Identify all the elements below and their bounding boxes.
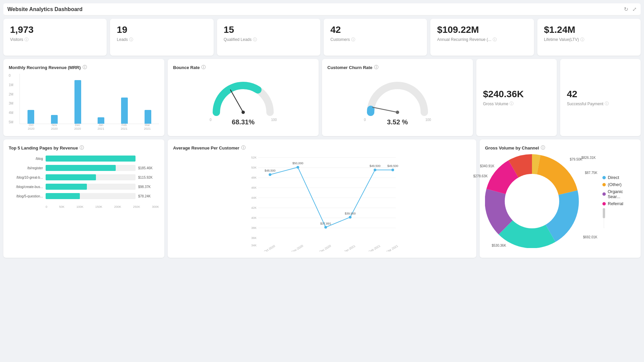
mrr-x-label: Feb 2021: [117, 123, 131, 131]
mid-row: Monthly Recurring Revenue (MRR) ⓘ 5M 4M …: [3, 59, 641, 136]
h-bar-value: $115.92K: [136, 176, 159, 179]
mrr-bar: [74, 80, 81, 124]
donut-container: $826.31K $79.50K $87.75K $692.01K $530.3…: [485, 154, 635, 249]
metric-value-0: 1,973: [10, 24, 100, 36]
donut-label-other-y: $87.75K: [585, 171, 597, 175]
mrr-bar: [51, 115, 58, 124]
mrr-x-label: Dec 2020: [71, 123, 84, 131]
info-icon: ⓘ: [201, 64, 206, 70]
info-icon: ⓘ: [374, 64, 378, 70]
info-icon: ⓘ: [580, 37, 584, 43]
metric-label-1: Leads ⓘ: [117, 37, 207, 43]
info-icon: ⓘ: [24, 37, 29, 43]
bounce-rate-card: Bounce Rate ⓘ 0 100 68.31%: [168, 59, 319, 136]
svg-text:46K: 46K: [251, 186, 257, 189]
mrr-bar-group: [20, 110, 42, 124]
churn-rate-card: Customer Churn Rate ⓘ 0 100 3.52 %: [322, 59, 473, 136]
expand-icon[interactable]: ⤢: [632, 6, 637, 12]
metric-label-3: Customers ⓘ: [330, 37, 420, 43]
mrr-y-labels: 5M 4M 3M 2M 1M 0: [9, 74, 18, 124]
legend-other: (Other): [602, 182, 635, 187]
mrr-x-label: Nov 2020: [48, 123, 61, 131]
mrr-bar-group: [43, 115, 65, 124]
h-bar-fill: [46, 156, 136, 162]
h-bar-label: /blog: [9, 157, 46, 161]
mrr-bar-group: [113, 98, 136, 124]
metric-label-0: Visitors ⓘ: [10, 37, 100, 43]
svg-text:38K: 38K: [251, 226, 257, 230]
info-icon: ⓘ: [129, 37, 133, 43]
svg-text:48K: 48K: [251, 176, 257, 179]
info-icon: ⓘ: [493, 37, 497, 43]
h-bar-fill: [46, 193, 80, 199]
avg-revenue-card: Average Revenue Per Customer ⓘ 52K 50K: [168, 139, 476, 258]
h-bar-track: [46, 193, 136, 199]
h-bar-value: $98.37K: [136, 185, 159, 189]
mrr-bar-group: [90, 117, 112, 124]
svg-point-26: [374, 169, 376, 171]
svg-text:Feb 2021: Feb 2021: [368, 244, 381, 251]
svg-line-2: [373, 107, 397, 112]
metric-value-2: 15: [224, 24, 314, 36]
svg-point-23: [297, 166, 299, 169]
metric-label-5: Lifetime Value(LTV) ⓘ: [544, 37, 634, 43]
metric-card-2: 15 Qualified Leads ⓘ: [217, 19, 320, 56]
churn-rate-title: Customer Churn Rate ⓘ: [327, 64, 468, 70]
mrr-title: Monthly Recurring Revenue (MRR) ⓘ: [9, 64, 159, 70]
bounce-rate-gauge: 0 100 68.31%: [173, 74, 313, 129]
mrr-x-label: Jan 2021: [94, 123, 108, 131]
mrr-x-labels: Oct 2020Nov 2020Dec 2020Jan 2021Feb 2021…: [19, 123, 159, 131]
svg-text:36K: 36K: [251, 236, 257, 240]
churn-gauge-svg: [364, 77, 431, 117]
svg-line-0: [230, 90, 243, 112]
h-bar-fill: [46, 165, 116, 171]
page-title: Website Analytics Dashboard: [7, 6, 83, 12]
scrollbar-thumb[interactable]: [603, 208, 605, 218]
svg-point-24: [324, 226, 327, 229]
h-bar-track: [46, 156, 136, 162]
donut-svg: [485, 154, 579, 248]
mrr-bar: [121, 98, 128, 124]
svg-text:$39,900: $39,900: [345, 212, 356, 215]
donut-label-direct: $826.31K: [581, 156, 596, 160]
h-bar-label: /blog/create-bus...: [9, 185, 46, 189]
refresh-icon[interactable]: ↻: [624, 6, 628, 12]
legend-dot-direct: [602, 176, 606, 179]
gross-volume-label: Gross Volume ⓘ: [483, 101, 550, 107]
landing-pages-card: Top 5 Landing Pages by Revenue ⓘ /blog /…: [3, 139, 164, 258]
donut-label-social: $340.91K: [480, 164, 494, 168]
successful-payment-card: 42 Successful Payment ⓘ: [560, 59, 641, 136]
svg-text:Dec 2020: Dec 2020: [319, 244, 331, 251]
h-bar-value: $78.24K: [136, 194, 159, 198]
svg-point-40: [505, 174, 559, 228]
svg-text:44K: 44K: [251, 196, 257, 199]
h-bar-x-labels: 0 50K 100K 150K 200K 250K 300K: [46, 205, 159, 208]
successful-payment-value: 42: [567, 88, 634, 100]
svg-text:$48,500: $48,500: [265, 169, 276, 172]
legend-dot-organic: [602, 192, 606, 196]
bounce-rate-title: Bounce Rate ⓘ: [173, 64, 313, 70]
info-icon: ⓘ: [241, 145, 246, 151]
info-icon: ⓘ: [253, 37, 257, 43]
metric-label-4: Annual Recurring Revenue (... ⓘ: [437, 37, 527, 43]
donut-legend: Direct (Other) Organic Sear... Referral: [602, 175, 635, 228]
metric-card-0: 1,973 Visitors ⓘ: [3, 19, 107, 56]
successful-payment-label: Successful Payment ⓘ: [567, 101, 634, 107]
bounce-gauge-svg: [210, 77, 277, 117]
svg-text:$49,500: $49,500: [370, 164, 381, 168]
mrr-bars: [19, 74, 159, 124]
info-icon: ⓘ: [83, 64, 87, 70]
svg-text:34K: 34K: [251, 244, 257, 247]
donut-label-email: $278.63K: [473, 174, 488, 178]
metric-card-4: $109.22M Annual Recurring Revenue (... ⓘ: [430, 19, 534, 56]
svg-text:50K: 50K: [251, 166, 257, 169]
metric-value-5: $1.24M: [544, 24, 634, 36]
legend-referral: Referral: [602, 201, 635, 206]
metric-card-1: 19 Leads ⓘ: [110, 19, 213, 56]
avg-revenue-title: Average Revenue Per Customer ⓘ: [173, 145, 471, 151]
bounce-rate-value: 68.31%: [232, 118, 255, 126]
h-bar-label: /blog/5-question...: [9, 194, 46, 198]
scrollbar-track: [604, 208, 604, 228]
h-bar-row: /blog: [9, 156, 159, 162]
header: Website Analytics Dashboard ↻ ⤢: [3, 3, 641, 15]
